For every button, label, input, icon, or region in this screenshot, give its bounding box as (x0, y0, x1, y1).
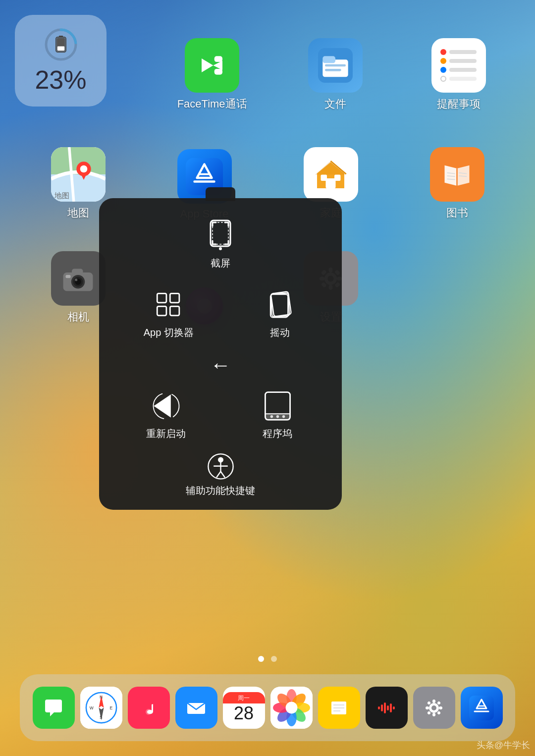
dock-mail[interactable] (175, 687, 217, 729)
svg-text:地图: 地图 (54, 192, 69, 200)
svg-point-19 (80, 165, 87, 173)
dock-messages[interactable] (33, 687, 75, 729)
shake-label: 摇动 (270, 326, 290, 339)
svg-line-79 (216, 472, 220, 477)
svg-rect-111 (378, 706, 380, 709)
svg-rect-110 (374, 696, 399, 720)
svg-rect-5 (57, 46, 64, 51)
reminders-icon (431, 38, 486, 93)
svg-rect-116 (393, 706, 395, 709)
dock-stack-icon (260, 388, 295, 423)
accessibility-label: 辅助功能快捷键 (186, 484, 255, 497)
svg-rect-113 (384, 702, 386, 713)
svg-point-119 (431, 705, 436, 710)
restart-label: 重新启动 (146, 427, 186, 440)
svg-rect-121 (432, 713, 435, 716)
files-label: 文件 (324, 97, 346, 111)
svg-rect-62 (157, 306, 166, 316)
app-files[interactable]: 文件 (296, 38, 375, 119)
svg-rect-28 (321, 174, 327, 181)
svg-rect-115 (390, 703, 392, 712)
dock-notes[interactable] (318, 687, 360, 729)
svg-rect-44 (72, 269, 83, 274)
assistive-handle (206, 187, 235, 201)
battery-widget: 23% (15, 15, 107, 107)
svg-rect-91 (136, 696, 161, 720)
app-facetime[interactable]: FaceTime通话 (172, 38, 252, 119)
svg-rect-112 (381, 704, 383, 711)
svg-line-80 (220, 472, 224, 477)
restart-icon (149, 388, 183, 423)
dock-calendar[interactable]: 周一 28 (223, 687, 265, 729)
screenshot-icon (203, 218, 238, 253)
svg-point-73 (276, 415, 279, 418)
dock-photos[interactable] (270, 687, 313, 729)
svg-rect-13 (325, 64, 346, 67)
dock-stack-label: 程序坞 (263, 427, 292, 440)
maps-icon: 地图 (51, 147, 106, 202)
app-switcher-icon (151, 287, 186, 322)
camera-label: 相机 (67, 310, 89, 324)
svg-rect-61 (170, 293, 179, 303)
app-reminders[interactable]: 提醒事项 (419, 38, 498, 119)
dock-settings[interactable] (413, 687, 455, 729)
page-dot-2[interactable] (271, 656, 277, 662)
svg-line-37 (459, 176, 467, 176)
svg-rect-60 (157, 293, 166, 303)
svg-rect-58 (213, 222, 228, 244)
accessibility-icon (207, 453, 234, 480)
calendar-day-name: 周一 (223, 692, 265, 703)
page-dots (0, 656, 535, 662)
svg-point-72 (270, 415, 273, 418)
app-switcher-item[interactable]: App 切换器 (134, 280, 204, 347)
svg-rect-12 (322, 56, 335, 63)
dock-music[interactable] (128, 687, 170, 729)
svg-rect-29 (334, 174, 341, 181)
svg-rect-120 (432, 700, 435, 703)
shake-icon (263, 287, 297, 322)
restart-item[interactable]: 重新启动 (136, 381, 196, 448)
svg-rect-122 (426, 706, 429, 709)
assistive-menu: 截屏 App 切换器 (99, 198, 342, 510)
svg-point-74 (282, 415, 285, 418)
battery-percent: 23% (35, 65, 86, 95)
maps-label: 地图 (67, 206, 89, 220)
svg-rect-114 (387, 705, 389, 710)
shake-item[interactable]: 摇动 (253, 280, 307, 347)
screenshot-label: 截屏 (211, 257, 230, 270)
svg-rect-27 (326, 178, 336, 188)
svg-rect-57 (211, 220, 230, 246)
facetime-icon (185, 38, 239, 93)
dock: N S W E 周一 28 (20, 674, 515, 741)
home-icon (304, 147, 358, 202)
books-label: 图书 (446, 206, 468, 220)
facetime-label: FaceTime通话 (177, 97, 247, 111)
svg-rect-63 (170, 306, 179, 316)
back-button[interactable]: ← (210, 349, 231, 381)
svg-rect-9 (214, 69, 222, 75)
svg-point-59 (219, 247, 222, 250)
app-books[interactable]: 图书 (418, 147, 497, 228)
dock-voice-memos[interactable] (366, 687, 408, 729)
svg-point-76 (218, 457, 223, 463)
svg-point-104 (285, 702, 297, 714)
app-switcher-label: App 切换器 (144, 326, 194, 339)
svg-rect-8 (214, 56, 222, 62)
dock-appstore[interactable] (461, 687, 503, 729)
svg-rect-123 (439, 706, 442, 709)
watermark: 头条@牛学长 (477, 739, 530, 751)
svg-line-34 (447, 176, 455, 176)
dock-safari[interactable]: N S W E (80, 687, 122, 729)
calendar-day-num: 28 (234, 703, 254, 723)
svg-rect-14 (325, 69, 341, 71)
back-arrow-icon: ← (210, 353, 231, 377)
accessibility-item[interactable]: 辅助功能快捷键 (186, 450, 255, 497)
svg-text:S: S (100, 715, 103, 720)
svg-text:E: E (109, 705, 112, 710)
books-icon (430, 147, 484, 202)
page-dot-1[interactable] (258, 656, 264, 662)
svg-point-43 (75, 278, 77, 281)
svg-point-92 (146, 709, 152, 715)
dock-stack-item[interactable]: 程序坞 (250, 381, 305, 448)
camera-icon (51, 251, 106, 306)
